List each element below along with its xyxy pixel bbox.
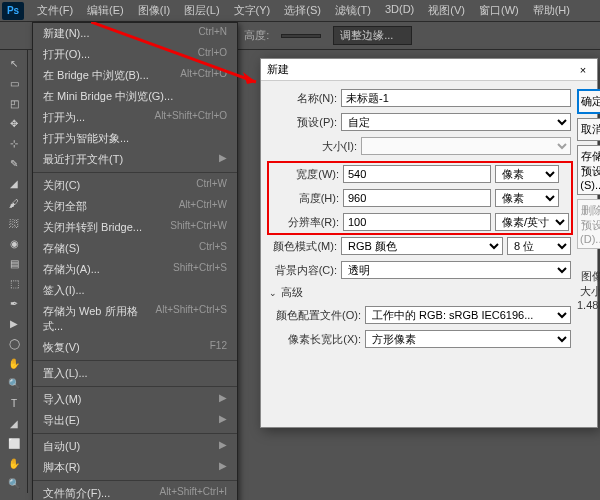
top-menu-item[interactable]: 滤镜(T)	[328, 3, 378, 18]
menu-item[interactable]: 关闭全部Alt+Ctrl+W	[33, 196, 237, 217]
menu-item[interactable]: 最近打开文件(T)▶	[33, 149, 237, 170]
tool-button[interactable]: 🔍	[2, 374, 26, 393]
top-menu-item[interactable]: 选择(S)	[277, 3, 328, 18]
svg-marker-1	[243, 72, 256, 84]
tool-button[interactable]: 🖌	[2, 194, 26, 213]
menu-item[interactable]: 打开为...Alt+Shift+Ctrl+O	[33, 107, 237, 128]
tool-button[interactable]: ✒	[2, 294, 26, 313]
save-preset-button[interactable]: 存储预设(S)...	[577, 145, 600, 195]
width-label: 宽度(W):	[271, 167, 339, 182]
bg-label: 背景内容(C):	[269, 263, 337, 278]
menu-separator	[33, 172, 237, 173]
new-document-dialog: 新建 × 名称(N): 预设(P): 自定 大小(I): 宽度(W): 像素	[260, 58, 598, 428]
tool-button[interactable]: ⬚	[2, 274, 26, 293]
name-input[interactable]	[341, 89, 571, 107]
menu-separator	[33, 386, 237, 387]
size-label: 大小(I):	[269, 139, 357, 154]
chevron-down-icon: ⌄	[269, 288, 277, 298]
menu-item[interactable]: 置入(L)...	[33, 363, 237, 384]
file-menu-dropdown: 新建(N)...Ctrl+N打开(O)...Ctrl+O在 Bridge 中浏览…	[32, 22, 238, 500]
top-menu-bar: Ps 文件(F)编辑(E)图像(I)图层(L)文字(Y)选择(S)滤镜(T)3D…	[0, 0, 600, 22]
dialog-title: 新建	[267, 62, 289, 77]
dialog-titlebar: 新建 ×	[261, 59, 597, 81]
top-menu-item[interactable]: 文件(F)	[30, 3, 80, 18]
menu-item[interactable]: 导入(M)▶	[33, 389, 237, 410]
menu-item[interactable]: 存储(S)Ctrl+S	[33, 238, 237, 259]
res-input[interactable]	[343, 213, 491, 231]
delete-preset-button: 删除预设(D)...	[577, 199, 600, 249]
menu-item[interactable]: 签入(I)...	[33, 280, 237, 301]
tool-button[interactable]: ▶	[2, 314, 26, 333]
top-menu-item[interactable]: 窗口(W)	[472, 3, 526, 18]
menu-separator	[33, 360, 237, 361]
menu-separator	[33, 480, 237, 481]
ps-logo: Ps	[2, 2, 24, 20]
tool-button[interactable]: ◉	[2, 234, 26, 253]
menu-item[interactable]: 导出(E)▶	[33, 410, 237, 431]
menu-separator	[33, 433, 237, 434]
height-input[interactable]	[343, 189, 491, 207]
preset-label: 预设(P):	[269, 115, 337, 130]
tool-button[interactable]: ⬜	[2, 434, 26, 453]
menu-item[interactable]: 在 Mini Bridge 中浏览(G)...	[33, 86, 237, 107]
menu-item[interactable]: 在 Bridge 中浏览(B)...Alt+Ctrl+O	[33, 65, 237, 86]
top-menu-item[interactable]: 帮助(H)	[526, 3, 577, 18]
size-select	[361, 137, 571, 155]
name-label: 名称(N):	[269, 91, 337, 106]
tool-button[interactable]: 🔍	[2, 474, 26, 493]
tool-button[interactable]: T	[2, 394, 26, 413]
profile-select[interactable]: 工作中的 RGB: sRGB IEC6196...	[365, 306, 571, 324]
tool-button[interactable]: ⊹	[2, 134, 26, 153]
tool-button[interactable]: ✋	[2, 454, 26, 473]
menu-item[interactable]: 打开(O)...Ctrl+O	[33, 44, 237, 65]
menu-item[interactable]: 新建(N)...Ctrl+N	[33, 23, 237, 44]
opt-height-input[interactable]	[281, 34, 321, 38]
tool-button[interactable]: ◰	[2, 94, 26, 113]
tool-button[interactable]: ⛆	[2, 214, 26, 233]
top-menu-item[interactable]: 视图(V)	[421, 3, 472, 18]
tool-button[interactable]: ◢	[2, 174, 26, 193]
top-menu-item[interactable]: 3D(D)	[378, 3, 421, 18]
tool-button[interactable]: ▭	[2, 74, 26, 93]
tool-button[interactable]: ✎	[2, 154, 26, 173]
mode-select[interactable]: RGB 颜色	[341, 237, 503, 255]
mode-label: 颜色模式(M):	[269, 239, 337, 254]
image-size-readout: 图像大小: 1.48M	[577, 269, 600, 311]
menu-item[interactable]: 文件简介(F)...Alt+Shift+Ctrl+I	[33, 483, 237, 500]
advanced-toggle[interactable]: ⌄ 高级	[269, 285, 571, 300]
top-menu-item[interactable]: 文字(Y)	[227, 3, 278, 18]
menu-item[interactable]: 关闭并转到 Bridge...Shift+Ctrl+W	[33, 217, 237, 238]
depth-select[interactable]: 8 位	[507, 237, 571, 255]
menu-item[interactable]: 脚本(R)▶	[33, 457, 237, 478]
height-unit-select[interactable]: 像素	[495, 189, 559, 207]
close-icon[interactable]: ×	[575, 62, 591, 78]
tool-button[interactable]: ▤	[2, 254, 26, 273]
top-menu-item[interactable]: 图像(I)	[131, 3, 177, 18]
tool-button[interactable]: ↖	[2, 54, 26, 73]
width-unit-select[interactable]: 像素	[495, 165, 559, 183]
res-label: 分辨率(R):	[271, 215, 339, 230]
menu-item[interactable]: 恢复(V)F12	[33, 337, 237, 358]
menu-item[interactable]: 打开为智能对象...	[33, 128, 237, 149]
bg-select[interactable]: 透明	[341, 261, 571, 279]
menu-item[interactable]: 存储为 Web 所用格式...Alt+Shift+Ctrl+S	[33, 301, 237, 337]
tool-button[interactable]: ✥	[2, 114, 26, 133]
ok-button[interactable]: 确定	[577, 89, 600, 114]
menu-item[interactable]: 存储为(A)...Shift+Ctrl+S	[33, 259, 237, 280]
tool-button[interactable]: ◢	[2, 414, 26, 433]
top-menu-item[interactable]: 编辑(E)	[80, 3, 131, 18]
menu-item[interactable]: 自动(U)▶	[33, 436, 237, 457]
menu-item[interactable]: 关闭(C)Ctrl+W	[33, 175, 237, 196]
res-unit-select[interactable]: 像素/英寸	[495, 213, 569, 231]
opt-refine-edge[interactable]: 调整边缘...	[333, 26, 412, 45]
top-menu-item[interactable]: 图层(L)	[177, 3, 226, 18]
par-select[interactable]: 方形像素	[365, 330, 571, 348]
height-label: 高度(H):	[271, 191, 339, 206]
par-label: 像素长宽比(X):	[269, 332, 361, 347]
tool-button[interactable]: ✋	[2, 354, 26, 373]
cancel-button[interactable]: 取消	[577, 118, 600, 141]
width-input[interactable]	[343, 165, 491, 183]
tool-button[interactable]: ◯	[2, 334, 26, 353]
preset-select[interactable]: 自定	[341, 113, 571, 131]
tools-panel: ↖▭◰✥⊹✎◢🖌⛆◉▤⬚✒▶◯✋🔍T◢⬜✋🔍	[0, 50, 28, 493]
